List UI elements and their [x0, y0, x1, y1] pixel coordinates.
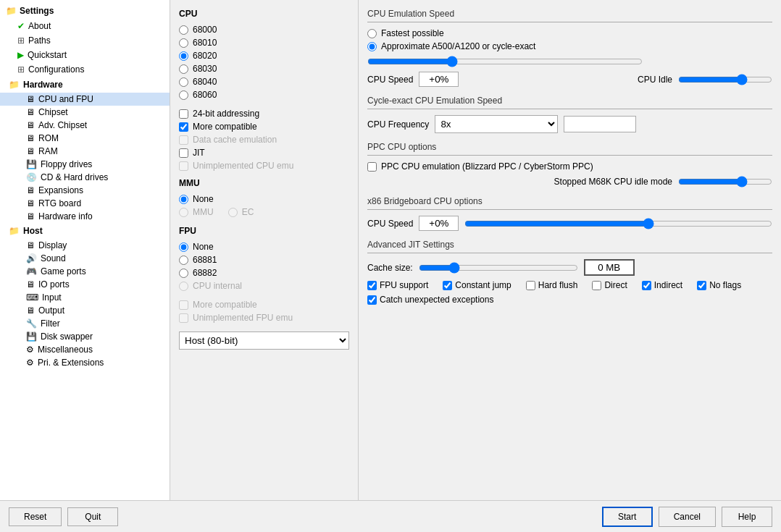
fpu-68882-option[interactable]: 68882: [179, 268, 349, 278]
help-button[interactable]: Help: [722, 507, 772, 527]
mmu-none-option[interactable]: None: [179, 194, 349, 204]
jit-cache-slider[interactable]: [419, 262, 578, 274]
approximate-radio[interactable]: [367, 42, 377, 51]
more-compatible-input[interactable]: [179, 122, 188, 132]
sidebar-item-cpu-fpu[interactable]: 🖥 CPU and FPU: [0, 93, 170, 106]
mmu-mmu-option[interactable]: MMU: [179, 207, 214, 217]
fpu-unimplemented-checkbox[interactable]: Unimplemented FPU emu: [179, 313, 349, 323]
indirect-checkbox[interactable]: Indirect: [642, 280, 682, 290]
sidebar-item-about[interactable]: ✔ About: [0, 19, 170, 33]
cpu-68040-option[interactable]: 68040: [179, 77, 349, 87]
cpu-68010-option[interactable]: 68010: [179, 38, 349, 48]
fpu-unimplemented-input[interactable]: [179, 313, 188, 323]
reset-button[interactable]: Reset: [9, 507, 62, 526]
sidebar-item-ram[interactable]: 🖥 RAM: [0, 145, 170, 158]
hard-flush-input[interactable]: [526, 281, 535, 290]
fpu-support-input[interactable]: [367, 281, 377, 290]
constant-jump-input[interactable]: [443, 281, 452, 290]
sidebar-item-hardware-info[interactable]: 🖥 Hardware info: [0, 210, 170, 223]
fastest-possible-option[interactable]: Fastest possible: [367, 28, 772, 38]
approximate-option[interactable]: Approximate A500/A1200 or cycle-exact: [367, 41, 772, 51]
ppc-emulation-checkbox[interactable]: PPC CPU emulation (Blizzard PPC / CyberS…: [367, 161, 772, 172]
no-flags-input[interactable]: [697, 281, 706, 290]
sidebar-item-disk-swapper[interactable]: 💾 Disk swapper: [0, 330, 170, 343]
sidebar-item-floppy[interactable]: 💾 Floppy drives: [0, 158, 170, 171]
sidebar-item-configurations[interactable]: ⊞ Configurations: [0, 62, 170, 77]
unimplemented-cpu-checkbox[interactable]: Unimplemented CPU emu: [179, 161, 349, 171]
sidebar-item-display[interactable]: 🖥 Display: [0, 239, 170, 252]
fpu-68881-option[interactable]: 68881: [179, 255, 349, 265]
sidebar-item-chipset[interactable]: 🖥 Chipset: [0, 106, 170, 119]
unimplemented-cpu-input[interactable]: [179, 161, 188, 171]
cpu-68010-radio[interactable]: [179, 38, 188, 48]
sidebar-item-adv-chipset[interactable]: 🖥 Adv. Chipset: [0, 119, 170, 132]
mmu-mmu-radio[interactable]: [179, 208, 188, 217]
sidebar-item-cd-hard[interactable]: 💿 CD & Hard drives: [0, 171, 170, 184]
more-compatible-checkbox[interactable]: More compatible: [179, 122, 349, 132]
cpu-68030-radio[interactable]: [179, 64, 188, 74]
quit-button[interactable]: Quit: [67, 507, 118, 526]
cpu-68060-option[interactable]: 68060: [179, 90, 349, 100]
fpu-more-compatible-checkbox[interactable]: More compatible: [179, 300, 349, 310]
sidebar-item-quickstart[interactable]: ▶ Quickstart: [0, 48, 170, 62]
cpu-68000-radio[interactable]: [179, 25, 188, 35]
direct-input[interactable]: [592, 281, 601, 290]
cancel-button[interactable]: Cancel: [659, 507, 716, 527]
mmu-ec-option[interactable]: EC: [228, 207, 254, 217]
fpu-cpu-internal-radio[interactable]: [179, 282, 188, 291]
sidebar-item-misc[interactable]: ⚙ Miscellaneous: [0, 343, 170, 356]
mmu-ec-radio[interactable]: [228, 208, 238, 217]
start-button[interactable]: Start: [602, 507, 653, 527]
sidebar-item-filter[interactable]: 🔧 Filter: [0, 317, 170, 330]
fpu-mode-dropdown[interactable]: Host (80-bit): [179, 332, 349, 350]
cpu-speed-input[interactable]: [419, 72, 459, 87]
no-flags-checkbox[interactable]: No flags: [697, 280, 741, 290]
sidebar-item-sound[interactable]: 🔊 Sound: [0, 252, 170, 265]
sidebar-item-rom[interactable]: 🖥 ROM: [0, 132, 170, 145]
cpu-68020-option[interactable]: 68020: [179, 51, 349, 61]
cpu-emulation-slider[interactable]: [367, 56, 643, 67]
cpu-idle-slider[interactable]: [678, 74, 772, 85]
jit-input[interactable]: [179, 148, 188, 158]
catch-exceptions-checkbox[interactable]: Catch unexpected exceptions: [367, 295, 772, 305]
sidebar-item-pri-ext[interactable]: ⚙ Pri. & Extensions: [0, 356, 170, 369]
stopped-m68k-slider[interactable]: [678, 176, 772, 187]
cpu-68040-radio[interactable]: [179, 77, 188, 87]
cpu-68020-radio[interactable]: [179, 51, 188, 61]
cpu-freq-extra-input[interactable]: [564, 116, 636, 132]
ppc-emulation-input[interactable]: [367, 162, 377, 172]
data-cache-checkbox[interactable]: Data cache emulation: [179, 135, 349, 145]
x86-speed-input[interactable]: [419, 216, 459, 231]
catch-exceptions-input[interactable]: [367, 295, 377, 305]
sidebar-item-output[interactable]: 🖥 Output: [0, 304, 170, 317]
sidebar-item-game-ports[interactable]: 🎮 Game ports: [0, 265, 170, 278]
fpu-support-checkbox[interactable]: FPU support: [367, 280, 428, 290]
x86-speed-slider[interactable]: [464, 218, 772, 229]
cpu-68030-option[interactable]: 68030: [179, 64, 349, 74]
cpu-68060-radio[interactable]: [179, 90, 188, 100]
fpu-more-compatible-input[interactable]: [179, 300, 188, 310]
cpu-68000-option[interactable]: 68000: [179, 25, 349, 35]
cpu-freq-dropdown[interactable]: 1x 2x 4x 8x 16x: [435, 115, 558, 133]
fastest-radio[interactable]: [367, 29, 377, 38]
sidebar-item-rtg[interactable]: 🖥 RTG board: [0, 197, 170, 210]
sidebar-item-expansions[interactable]: 🖥 Expansions: [0, 184, 170, 197]
indirect-input[interactable]: [642, 281, 651, 290]
fpu-none-radio[interactable]: [179, 242, 188, 252]
direct-checkbox[interactable]: Direct: [592, 280, 627, 290]
fpu-none-option[interactable]: None: [179, 242, 349, 252]
addressing-24bit-input[interactable]: [179, 109, 188, 119]
fpu-68882-radio[interactable]: [179, 269, 188, 278]
jit-checkbox[interactable]: JIT: [179, 148, 349, 158]
fpu-68881-radio[interactable]: [179, 256, 188, 265]
hard-flush-checkbox[interactable]: Hard flush: [526, 280, 578, 290]
jit-cache-size-input[interactable]: [584, 259, 635, 276]
addressing-24bit-checkbox[interactable]: 24-bit addressing: [179, 109, 349, 119]
constant-jump-checkbox[interactable]: Constant jump: [443, 280, 511, 290]
mmu-none-radio[interactable]: [179, 195, 188, 204]
data-cache-input[interactable]: [179, 135, 188, 145]
sidebar-item-input[interactable]: ⌨ Input: [0, 291, 170, 304]
fpu-cpu-internal-option[interactable]: CPU internal: [179, 281, 349, 291]
sidebar-item-paths[interactable]: ⊞ Paths: [0, 33, 170, 48]
sidebar-item-io-ports[interactable]: 🖥 IO ports: [0, 278, 170, 291]
